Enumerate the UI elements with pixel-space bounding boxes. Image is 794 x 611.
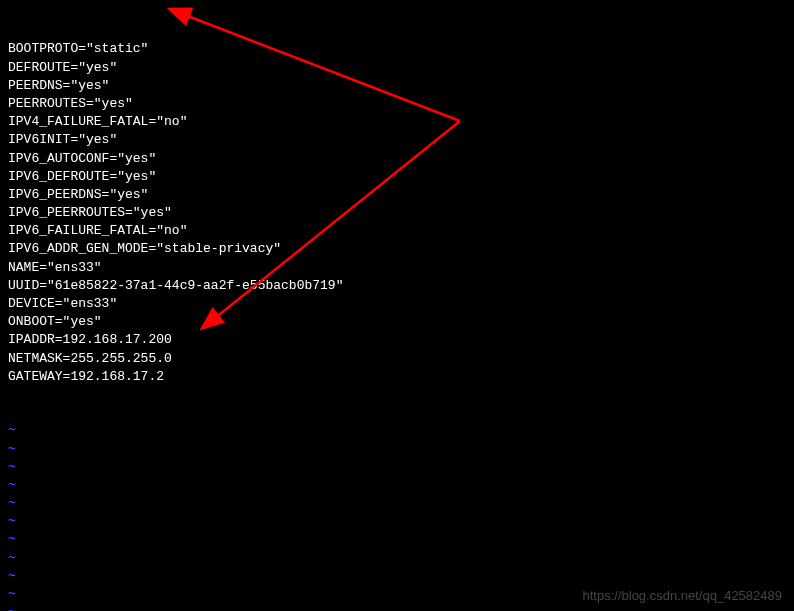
config-line: IPV6_FAILURE_FATAL="no" [8, 222, 786, 240]
config-line: GATEWAY=192.168.17.2 [8, 368, 786, 386]
config-line: DEFROUTE="yes" [8, 59, 786, 77]
config-line: IPV6_DEFROUTE="yes" [8, 168, 786, 186]
vim-empty-line-marker: ~ [8, 550, 786, 568]
config-line: UUID="61e85822-37a1-44c9-aa2f-e55bacb0b7… [8, 277, 786, 295]
vim-empty-line-marker: ~ [8, 459, 786, 477]
vim-empty-line-marker: ~ [8, 531, 786, 549]
config-line: NAME="ens33" [8, 259, 786, 277]
watermark-text: https://blog.csdn.net/qq_42582489 [583, 588, 783, 603]
vim-empty-line-marker: ~ [8, 495, 786, 513]
terminal-output[interactable]: BOOTPROTO="static"DEFROUTE="yes"PEERDNS=… [8, 4, 786, 611]
vim-empty-line-marker: ~ [8, 422, 786, 440]
vim-empty-line-marker: ~ [8, 513, 786, 531]
config-line: IPV6INIT="yes" [8, 131, 786, 149]
vim-empty-line-marker: ~ [8, 441, 786, 459]
config-line: NETMASK=255.255.255.0 [8, 350, 786, 368]
config-line: IPV6_PEERDNS="yes" [8, 186, 786, 204]
config-line: IPADDR=192.168.17.200 [8, 331, 786, 349]
config-line: BOOTPROTO="static" [8, 40, 786, 58]
config-line: IPV6_AUTOCONF="yes" [8, 150, 786, 168]
config-line: IPV6_ADDR_GEN_MODE="stable-privacy" [8, 240, 786, 258]
config-line: IPV4_FAILURE_FATAL="no" [8, 113, 786, 131]
config-line: IPV6_PEERROUTES="yes" [8, 204, 786, 222]
vim-empty-line-marker: ~ [8, 568, 786, 586]
config-line: PEERROUTES="yes" [8, 95, 786, 113]
vim-empty-line-marker: ~ [8, 477, 786, 495]
config-line: DEVICE="ens33" [8, 295, 786, 313]
vim-empty-line-marker: ~ [8, 604, 786, 611]
config-line: ONBOOT="yes" [8, 313, 786, 331]
config-line: PEERDNS="yes" [8, 77, 786, 95]
